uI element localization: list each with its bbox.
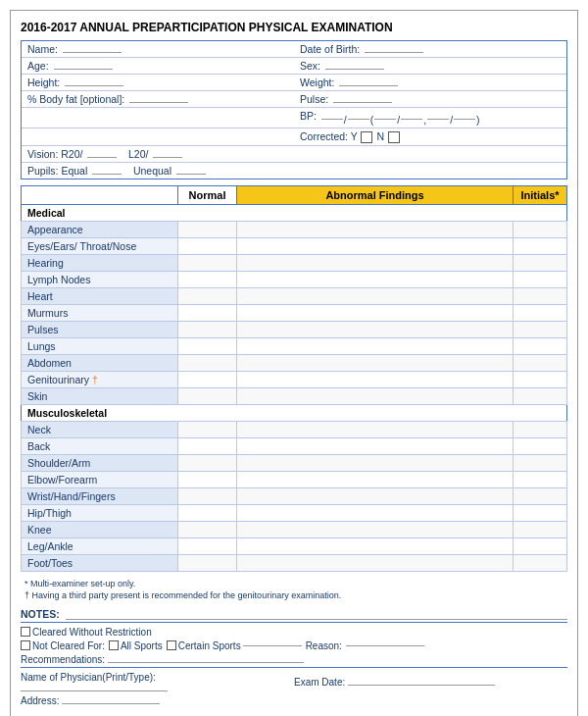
bp-seg2[interactable] (348, 119, 369, 120)
row-normal[interactable] (178, 421, 237, 437)
row-abnormal[interactable] (237, 371, 514, 387)
address-value[interactable] (62, 703, 160, 704)
row-normal[interactable] (178, 454, 237, 471)
row-normal[interactable] (178, 304, 237, 321)
row-abnormal[interactable] (237, 254, 514, 271)
row-label: Pulses (22, 321, 178, 337)
weight-value[interactable] (339, 85, 398, 86)
row-abnormal[interactable] (237, 221, 514, 237)
row-normal[interactable] (178, 371, 237, 387)
row-normal[interactable] (178, 221, 237, 237)
bp-seg4[interactable] (401, 119, 422, 120)
bp-seg5[interactable] (427, 119, 449, 120)
row-normal[interactable] (178, 354, 237, 371)
row-abnormal[interactable] (237, 437, 514, 454)
row-abnormal[interactable] (237, 421, 514, 437)
row-normal[interactable] (178, 321, 237, 337)
row-initials[interactable] (514, 487, 567, 504)
bp-label: BP: (300, 110, 317, 122)
notcleared-checkbox[interactable] (21, 640, 30, 650)
row-initials[interactable] (514, 387, 567, 404)
exam-date-value[interactable] (348, 685, 495, 686)
row-initials[interactable] (514, 454, 567, 471)
row-initials[interactable] (514, 337, 567, 354)
row-normal[interactable] (178, 337, 237, 354)
row-initials[interactable] (514, 287, 567, 304)
vision-l-value[interactable] (153, 157, 182, 158)
physician-value[interactable] (21, 690, 168, 691)
row-abnormal[interactable] (237, 304, 514, 321)
row-initials[interactable] (514, 221, 567, 237)
allsports-checkbox[interactable] (109, 640, 119, 650)
corrected-n-box[interactable] (388, 131, 400, 143)
row-normal[interactable] (178, 537, 237, 554)
certainsports-checkbox[interactable] (167, 640, 176, 650)
row-initials[interactable] (514, 554, 567, 571)
age-label: Age: (27, 60, 49, 72)
recommendations-value[interactable] (108, 662, 304, 663)
bp-seg1[interactable] (321, 119, 343, 120)
row-abnormal[interactable] (237, 521, 514, 537)
pulse-value[interactable] (333, 102, 392, 103)
row-initials[interactable] (514, 437, 567, 454)
row-initials[interactable] (514, 471, 567, 487)
cleared-checkbox[interactable] (21, 627, 30, 637)
certain-sports-value[interactable] (243, 645, 302, 646)
row-normal[interactable] (178, 487, 237, 504)
row-normal[interactable] (178, 287, 237, 304)
row-normal[interactable] (178, 437, 237, 454)
row-initials[interactable] (514, 254, 567, 271)
row-normal[interactable] (178, 254, 237, 271)
vision-r-value[interactable] (87, 157, 117, 158)
row-initials[interactable] (514, 371, 567, 387)
row-abnormal[interactable] (237, 487, 514, 504)
sex-value[interactable] (325, 69, 384, 70)
row-abnormal[interactable] (237, 337, 514, 354)
row-initials[interactable] (514, 537, 567, 554)
row-normal[interactable] (178, 471, 237, 487)
name-value[interactable] (63, 52, 122, 53)
row-abnormal[interactable] (237, 287, 514, 304)
row-normal[interactable] (178, 521, 237, 537)
row-normal[interactable] (178, 237, 237, 254)
row-normal[interactable] (178, 387, 237, 404)
row-normal[interactable] (178, 271, 237, 287)
bp-seg3[interactable] (374, 119, 396, 120)
reason-value[interactable] (346, 645, 424, 646)
row-initials[interactable] (514, 271, 567, 287)
row-abnormal[interactable] (237, 554, 514, 571)
age-value[interactable] (54, 69, 113, 70)
corrected-y-box[interactable] (361, 131, 372, 143)
row-initials[interactable] (514, 421, 567, 437)
row-abnormal[interactable] (237, 237, 514, 254)
name-cell: Name: (22, 41, 294, 57)
sex-label: Sex: (300, 60, 320, 72)
row-normal[interactable] (178, 554, 237, 571)
height-value[interactable] (65, 85, 123, 86)
row-abnormal[interactable] (237, 354, 514, 371)
bodyfat-cell: % Body fat [optional]: (22, 91, 294, 107)
row-initials[interactable] (514, 521, 567, 537)
row-abnormal[interactable] (237, 504, 514, 521)
table-row: Lymph Nodes (22, 271, 567, 287)
pupils-unequal-value[interactable] (176, 174, 206, 175)
bodyfat-value[interactable] (129, 102, 188, 103)
row-initials[interactable] (514, 304, 567, 321)
row-initials[interactable] (514, 354, 567, 371)
header-row-2: Age: Sex: (22, 58, 566, 75)
row-normal[interactable] (178, 504, 237, 521)
row-initials[interactable] (514, 237, 567, 254)
row-abnormal[interactable] (237, 271, 514, 287)
row-abnormal[interactable] (237, 454, 514, 471)
notes-value[interactable] (66, 608, 567, 620)
pupils-equal-value[interactable] (92, 174, 122, 175)
bp-seg6[interactable] (454, 119, 475, 120)
row-abnormal[interactable] (237, 471, 514, 487)
row-abnormal[interactable] (237, 387, 514, 404)
dob-value[interactable] (365, 52, 423, 53)
row-initials[interactable] (514, 504, 567, 521)
row-abnormal[interactable] (237, 321, 514, 337)
row-abnormal[interactable] (237, 537, 514, 554)
dob-label: Date of Birth: (300, 43, 360, 55)
row-initials[interactable] (514, 321, 567, 337)
